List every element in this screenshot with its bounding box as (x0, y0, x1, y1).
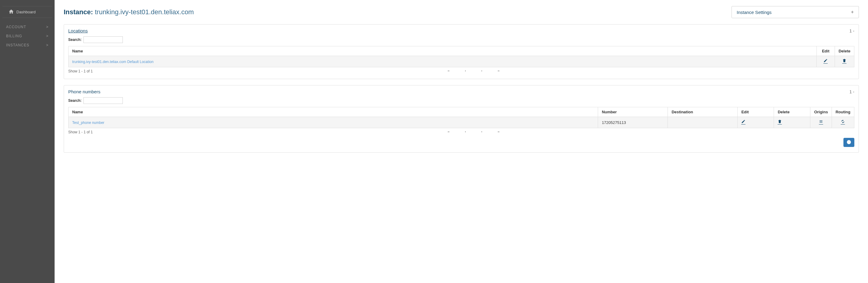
locations-table: Name Edit Delete trunking.ivy-test01.den… (68, 46, 854, 67)
phones-search-input[interactable] (84, 97, 123, 104)
phone-numbers-panel: Phone numbers 1 - Search: Name Number De… (64, 85, 859, 153)
pager-next-icon[interactable] (480, 130, 484, 134)
pager-last-icon[interactable] (497, 69, 500, 73)
locations-panel-count: 1 - (849, 29, 854, 33)
origins-icon[interactable] (819, 119, 823, 125)
locations-col-delete: Delete (835, 46, 854, 56)
phones-col-routing: Routing (832, 107, 854, 117)
sidebar-item-billing[interactable]: BILLING > (0, 32, 55, 41)
instance-settings-label: Instance Settings (737, 10, 772, 15)
header-row: Instance: trunking.ivy-test01.den.teliax… (64, 6, 859, 18)
chevron-right-icon: > (46, 34, 49, 38)
page-title-value: trunking.ivy-test01.den.teliax.com (95, 8, 194, 16)
phones-show-count: Show 1 - 1 of 1 (68, 130, 93, 134)
instance-settings-toggle[interactable]: Instance Settings + (732, 6, 859, 18)
pager-first-icon[interactable] (447, 130, 450, 134)
locations-panel: Locations 1 - Search: Name Edit Delete (64, 24, 859, 79)
phones-col-number: Number (598, 107, 668, 117)
pager-last-icon[interactable] (497, 130, 500, 134)
locations-title[interactable]: Locations (68, 28, 88, 33)
plus-icon: + (851, 9, 854, 15)
phones-col-edit: Edit (738, 107, 774, 117)
sidebar-item-instances[interactable]: INSTANCES > (0, 41, 55, 50)
trash-icon[interactable] (778, 119, 782, 125)
sidebar-item-label: INSTANCES (6, 43, 29, 47)
pager-next-icon[interactable] (480, 69, 484, 73)
phones-col-name: Name (68, 107, 598, 117)
location-name-link[interactable]: trunking.ivy-test01.den.teliax.com Defau… (72, 60, 153, 64)
phones-title: Phone numbers (68, 89, 100, 94)
page-title: Instance: trunking.ivy-test01.den.teliax… (64, 8, 194, 16)
add-phone-button[interactable] (843, 138, 854, 147)
sidebar-item-label: ACCOUNT (6, 25, 26, 29)
locations-show-count: Show 1 - 1 of 1 (68, 69, 93, 73)
edit-icon[interactable] (741, 119, 745, 125)
phones-search-label: Search: (68, 99, 82, 103)
locations-search-input[interactable] (84, 36, 123, 43)
table-row: Test_phone number 17205275113 (68, 117, 854, 128)
main-content: Instance: trunking.ivy-test01.den.teliax… (55, 0, 868, 283)
locations-col-name: Name (68, 46, 817, 56)
pager-prev-icon[interactable] (464, 69, 467, 73)
routing-icon[interactable] (841, 119, 845, 125)
sidebar-item-account[interactable]: ACCOUNT > (0, 23, 55, 32)
page-title-prefix: Instance: (64, 8, 95, 16)
locations-col-edit: Edit (816, 46, 835, 56)
pager-first-icon[interactable] (447, 69, 450, 73)
locations-pager (93, 69, 854, 73)
phones-panel-count: 1 - (849, 90, 854, 94)
locations-search-label: Search: (68, 38, 82, 42)
plus-circle-icon (846, 140, 851, 145)
home-icon (8, 9, 14, 15)
sidebar-dashboard-label: Dashboard (17, 10, 36, 14)
pager-prev-icon[interactable] (464, 130, 467, 134)
phones-col-delete: Delete (774, 107, 810, 117)
phones-pager (93, 130, 854, 134)
phones-table: Name Number Destination Edit Delete Orig… (68, 107, 854, 128)
sidebar-dashboard[interactable]: Dashboard (2, 6, 52, 18)
phone-number-cell: 17205275113 (598, 117, 668, 128)
phones-col-destination: Destination (668, 107, 738, 117)
sidebar-item-label: BILLING (6, 34, 22, 38)
edit-icon[interactable] (824, 59, 828, 64)
phones-col-origins: Origins (810, 107, 832, 117)
table-row: trunking.ivy-test01.den.teliax.com Defau… (68, 56, 854, 67)
chevron-right-icon: > (46, 43, 49, 47)
trash-icon[interactable] (842, 59, 846, 64)
phone-name-link[interactable]: Test_phone number (72, 120, 104, 125)
sidebar: Dashboard ACCOUNT > BILLING > INSTANCES … (0, 0, 55, 283)
phone-destination-cell (668, 117, 738, 128)
chevron-right-icon: > (46, 25, 49, 29)
